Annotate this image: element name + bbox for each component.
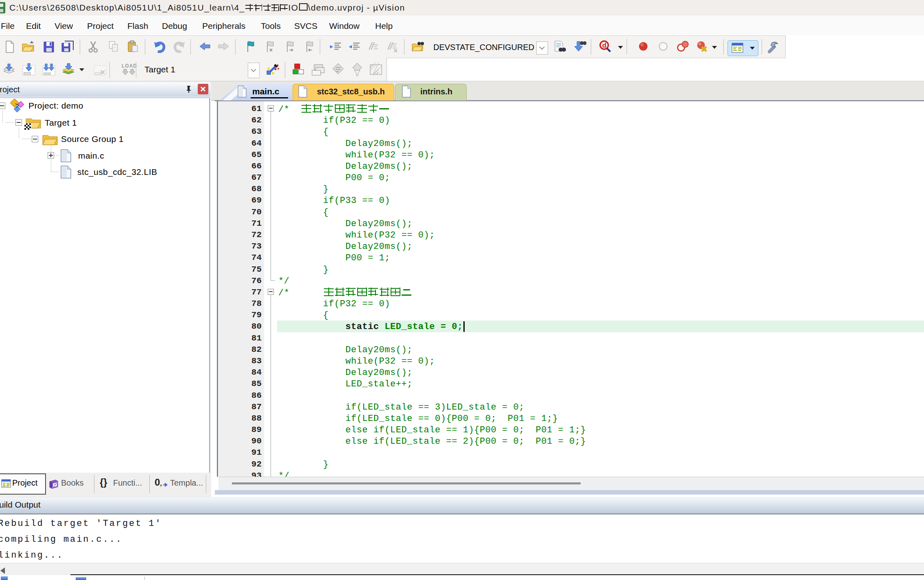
svg-text:LOAD: LOAD <box>122 63 137 69</box>
svg-text:d: d <box>602 41 606 49</box>
svg-text:?: ? <box>54 482 56 488</box>
